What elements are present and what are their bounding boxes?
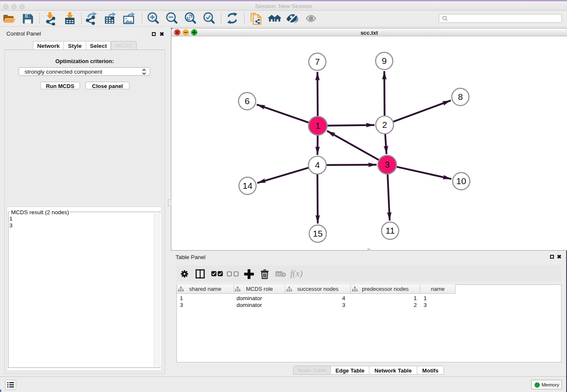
svg-text:6: 6 <box>245 96 250 106</box>
svg-text:4: 4 <box>315 160 320 170</box>
svg-text:2: 2 <box>382 120 387 130</box>
svg-text:11: 11 <box>385 226 395 235</box>
svg-text:7: 7 <box>315 57 320 66</box>
svg-text:3: 3 <box>385 160 390 169</box>
svg-text:14: 14 <box>242 181 253 190</box>
svg-text:15: 15 <box>313 229 322 238</box>
svg-text:10: 10 <box>456 176 466 186</box>
svg-text:1: 1 <box>315 121 320 130</box>
svg-text:9: 9 <box>382 56 387 66</box>
svg-text:8: 8 <box>458 92 463 102</box>
